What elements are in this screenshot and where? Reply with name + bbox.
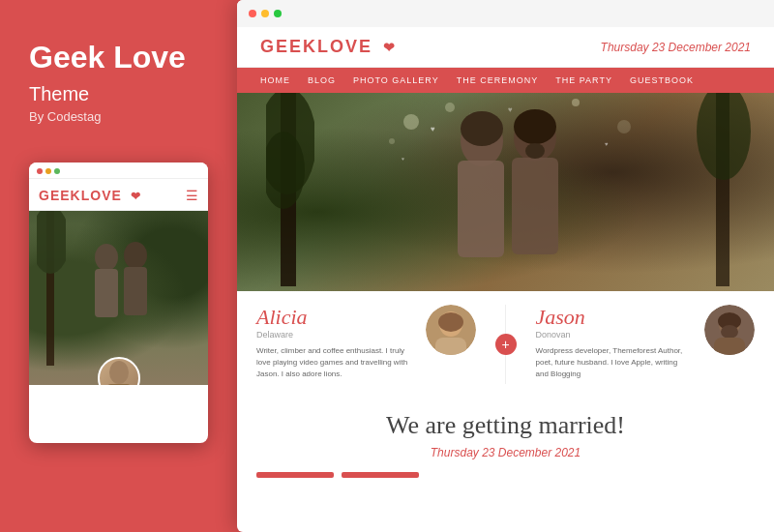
- hero-section: ♥ ♥ ♥ ♥ ♥ ♥: [237, 93, 774, 291]
- mobile-top-bar: [29, 163, 208, 179]
- married-section: We are getting married! Thursday 23 Dece…: [237, 398, 774, 469]
- nav-party[interactable]: THE PARTY: [555, 75, 612, 85]
- svg-point-39: [721, 325, 738, 339]
- hero-background: ♥ ♥ ♥ ♥ ♥ ♥: [237, 93, 774, 291]
- svg-point-18: [617, 120, 631, 133]
- jason-avatar: [704, 305, 755, 355]
- bottom-buttons-hint: [237, 469, 774, 481]
- tree-svg: [37, 211, 66, 366]
- svg-rect-29: [512, 158, 558, 254]
- jason-name: Jason: [536, 305, 691, 330]
- svg-point-6: [109, 361, 129, 384]
- svg-rect-26: [458, 161, 504, 257]
- nav-home[interactable]: HOME: [260, 75, 290, 85]
- married-date: Thursday 23 December 2021: [256, 446, 755, 459]
- hamburger-icon[interactable]: ☰: [186, 188, 198, 204]
- svg-text:♥: ♥: [605, 141, 609, 147]
- svg-point-30: [514, 109, 556, 144]
- header-date: Thursday 23 December 2021: [601, 41, 751, 54]
- mobile-hero-image: [29, 211, 208, 385]
- mobile-traffic-lights: [37, 168, 60, 174]
- mobile-logo-suffix: LOVE: [81, 188, 122, 203]
- jason-description: Wordpress developer, Themeforest Author,…: [536, 345, 691, 380]
- svg-text:♥: ♥: [402, 157, 404, 162]
- nav-guestbook[interactable]: GUESTBOOK: [630, 75, 694, 85]
- svg-point-34: [438, 312, 463, 332]
- bottom-btn-2[interactable]: [342, 472, 419, 478]
- site-header: GEEKLOVE ❤ Thursday 23 December 2021: [237, 27, 774, 68]
- mobile-dot-green: [54, 168, 60, 174]
- alicia-description: Writer, climber and coffee enthusiast. I…: [256, 345, 411, 380]
- brand-title: Geek Love: [29, 39, 211, 75]
- svg-rect-35: [435, 338, 466, 355]
- desktop-dot-yellow: [261, 10, 269, 17]
- married-title: We are getting married!: [256, 411, 755, 440]
- mobile-mockup: GEEKLOVE ❤ ☰: [29, 163, 208, 443]
- svg-point-2: [95, 244, 118, 271]
- logo-heart-icon: ❤: [383, 40, 397, 55]
- svg-point-27: [461, 111, 503, 146]
- svg-rect-5: [124, 267, 147, 315]
- site-logo: GEEKLOVE ❤: [260, 37, 397, 57]
- left-panel: Geek Love Theme By Codestag GEEKLOVE ❤ ☰: [0, 0, 240, 532]
- nav-photo-gallery[interactable]: PHOTO GALLERY: [353, 75, 439, 85]
- logo-prefix: GEEK: [260, 37, 317, 56]
- jason-avatar-img: [704, 305, 755, 355]
- profile-section: Alicia Delaware Writer, climber and coff…: [237, 291, 774, 398]
- logo-suffix: LOVE: [317, 37, 372, 56]
- couple-silhouette-mobile: [75, 240, 163, 356]
- profile-divider: +: [495, 305, 517, 384]
- desktop-dot-green: [274, 10, 282, 17]
- plus-icon: +: [495, 334, 517, 355]
- profile-alicia: Alicia Delaware Writer, climber and coff…: [256, 305, 495, 384]
- brand-by: By Codestag: [29, 109, 211, 124]
- mobile-logo-prefix: GEEK: [39, 188, 81, 203]
- svg-rect-7: [105, 384, 133, 385]
- site-nav: HOME BLOG PHOTO GALLERY THE CEREMONY THE…: [237, 68, 774, 93]
- mobile-avatar: [98, 357, 140, 385]
- alicia-name: Alicia: [256, 305, 411, 330]
- mobile-dot-yellow: [45, 168, 51, 174]
- couple-silhouette-desktop: [409, 98, 603, 291]
- brand-subtitle: Theme: [29, 83, 211, 105]
- bottom-btn-1[interactable]: [256, 472, 334, 478]
- alicia-avatar: [426, 305, 476, 355]
- desktop-top-bar: [237, 0, 774, 27]
- svg-point-31: [525, 143, 545, 159]
- divider-line-top: [505, 305, 506, 334]
- profile-jason: Jason Donovan Wordpress developer, Theme…: [517, 305, 756, 384]
- mobile-logo-area: GEEKLOVE ❤ ☰: [29, 179, 208, 211]
- mobile-dot-red: [37, 168, 43, 174]
- jason-location: Donovan: [536, 330, 691, 340]
- svg-point-1: [37, 211, 66, 274]
- desktop-dot-red: [249, 10, 256, 17]
- nav-ceremony[interactable]: THE CEREMONY: [457, 75, 539, 85]
- svg-rect-3: [95, 269, 118, 317]
- svg-point-4: [124, 242, 147, 269]
- nav-blog[interactable]: BLOG: [308, 75, 336, 85]
- svg-point-17: [389, 138, 395, 144]
- alicia-avatar-img: [426, 305, 476, 355]
- desktop-mockup: GEEKLOVE ❤ Thursday 23 December 2021 HOM…: [237, 0, 774, 532]
- mobile-logo: GEEKLOVE ❤: [39, 187, 141, 204]
- svg-rect-40: [714, 338, 745, 355]
- mobile-heart-icon: ❤: [131, 190, 141, 203]
- alicia-location: Delaware: [256, 330, 411, 340]
- divider-line-bottom: [505, 355, 506, 384]
